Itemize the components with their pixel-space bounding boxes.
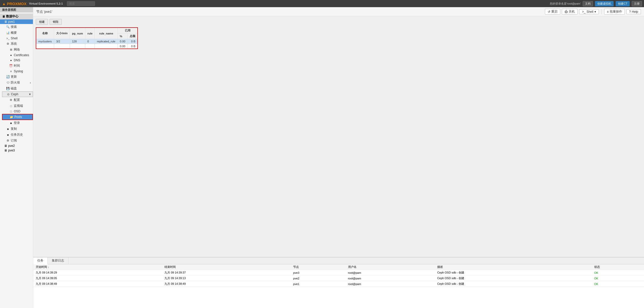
job-row[interactable]: 九月 09 14:38:49 九月 09 14:38:49 pve1 root@… bbox=[33, 281, 644, 287]
sidebar-item-network[interactable]: ⊞ 网络 bbox=[2, 47, 33, 53]
sidebar-item-ceph-pools[interactable]: 📁 Pools bbox=[2, 114, 33, 120]
search-input[interactable] bbox=[67, 1, 95, 6]
pool-used-pct: 0.00 bbox=[118, 39, 128, 44]
col-end-time: 结束时间 bbox=[162, 264, 291, 270]
pool-rule: 0 bbox=[85, 39, 95, 44]
syslog-icon: ≡ bbox=[9, 70, 13, 73]
table-row[interactable]: myclusters 3/2 128 0 replicated_rule 0.0… bbox=[36, 39, 138, 44]
sidebar-item-disks[interactable]: 💾 磁盘 bbox=[2, 86, 33, 91]
sidebar-summary-label: 概要 bbox=[11, 31, 17, 35]
docs-button[interactable]: 文档 bbox=[583, 1, 593, 6]
log-icon: ■ bbox=[9, 122, 13, 125]
pool-pgnum: 128 bbox=[70, 39, 85, 44]
sidebar: 服务器视图 🖥 数据中心 🖥 pve1 🔍 搜索 📊 概要 bbox=[0, 7, 33, 308]
sidebar-item-replication[interactable]: ■ 复制 bbox=[2, 126, 33, 132]
content-area: 节点 'pve1' ↺ 重启 ⏻ 关机 >_ Shell ▾ ≡ bbox=[33, 7, 644, 308]
firewall-icon: 🛡 bbox=[6, 81, 10, 84]
sidebar-time-label: 时间 bbox=[14, 64, 20, 68]
col-size: 大小/min bbox=[54, 28, 70, 39]
job-status: OK bbox=[592, 281, 644, 287]
destroy-pool-button[interactable]: 销毁 bbox=[50, 19, 62, 25]
bottom-content: 开始时间 ↓ 结束时间 节点 用户名 描述 状态 九月 09 14:39:29 … bbox=[33, 264, 644, 308]
sidebar-item-certificates[interactable]: ● Certificates bbox=[2, 53, 33, 58]
sidebar-cert-label: Certificates bbox=[14, 53, 29, 57]
content-header: 节点 'pve1' ↺ 重启 ⏻ 关机 >_ Shell ▾ ≡ bbox=[33, 7, 644, 16]
col-start-time: 开始时间 ↓ bbox=[33, 264, 162, 270]
sidebar-item-pve1[interactable]: 🖥 pve1 bbox=[0, 19, 33, 24]
sidebar-item-search[interactable]: 🔍 搜索 bbox=[2, 24, 33, 30]
col-name: 名称 bbox=[36, 28, 54, 39]
job-row[interactable]: 九月 09 14:39:29 九月 09 14:39:37 pve3 root@… bbox=[33, 270, 644, 276]
sidebar-item-ceph-monitor[interactable]: □ 监视端 bbox=[2, 103, 33, 109]
col-rulename: rule_name bbox=[95, 28, 118, 39]
toolbar-separator bbox=[601, 9, 602, 14]
server2-icon: 🖥 bbox=[4, 144, 7, 148]
col-node: 节点 bbox=[291, 264, 345, 270]
job-node: pve3 bbox=[291, 270, 345, 276]
sidebar-item-ceph-osd[interactable]: □ OSD bbox=[2, 109, 33, 114]
pool-rulename: replicated_rule bbox=[95, 39, 118, 44]
system-subgroup: ⊞ 网络 ● Certificates ● DNS ⏰ 时间 bbox=[2, 47, 33, 74]
sidebar-item-ceph-config[interactable]: ⚙ 配置 bbox=[2, 97, 33, 103]
sidebar-item-pve3[interactable]: 🖥 pve3 bbox=[0, 148, 33, 153]
sidebar-item-ceph-log[interactable]: ■ 登录 bbox=[2, 120, 33, 126]
sidebar-item-firewall[interactable]: 🛡 防火墙 › bbox=[2, 80, 33, 86]
sidebar-item-updates[interactable]: 🔄 更新 bbox=[2, 74, 33, 80]
sidebar-item-pve2[interactable]: 🖥 pve2 bbox=[0, 144, 33, 148]
sidebar-item-summary[interactable]: 📊 概要 bbox=[2, 30, 33, 36]
job-node: pve2 bbox=[291, 276, 345, 281]
shutdown-button[interactable]: ⏻ 关机 bbox=[562, 9, 578, 15]
pools-actions: 创建 销毁 bbox=[36, 19, 641, 25]
sidebar-item-syslog[interactable]: ≡ Syslog bbox=[2, 69, 33, 74]
shell-button[interactable]: >_ Shell ▾ bbox=[579, 9, 599, 14]
node-label: pve1 bbox=[8, 20, 15, 23]
job-start: 九月 09 14:39:29 bbox=[33, 270, 162, 276]
sidebar-ceph-monitor-label: 监视端 bbox=[14, 104, 23, 108]
create-pool-button[interactable]: 创建 bbox=[36, 19, 48, 25]
pool-rulename2 bbox=[95, 44, 118, 49]
cert-icon: ● bbox=[9, 54, 13, 57]
sidebar-item-dns[interactable]: ● DNS bbox=[2, 58, 33, 63]
create-vm-button[interactable]: 创建虚拟机 bbox=[595, 1, 614, 6]
pool-size: 3/2 bbox=[54, 39, 70, 44]
content-toolbar: ↺ 重启 ⏻ 关机 >_ Shell ▾ ≡ 批量操作 ? bbox=[545, 9, 641, 15]
reboot-button[interactable]: ↺ 重启 bbox=[545, 9, 560, 15]
tab-tasks[interactable]: 任务 bbox=[33, 257, 48, 264]
inner-content: 创建 销毁 名称 大小/min pg_num rule rule_name 已用… bbox=[33, 16, 644, 257]
replication-icon: ■ bbox=[6, 127, 10, 131]
col-used-pct: % bbox=[118, 33, 128, 39]
datacenter-header[interactable]: 🖥 数据中心 bbox=[0, 14, 33, 19]
topbar-left: ▲ PROXMOX Virtual Environment 5.2-1 bbox=[2, 1, 95, 6]
bulk-ops-button[interactable]: ≡ 批量操作 bbox=[604, 9, 625, 15]
tab-cluster-log[interactable]: 集群日志 bbox=[48, 257, 68, 264]
topbar-search[interactable] bbox=[67, 1, 95, 6]
job-start: 九月 09 14:38:49 bbox=[33, 281, 162, 287]
pool-name2 bbox=[36, 44, 54, 49]
sidebar-section-header: 服务器视图 bbox=[0, 7, 33, 13]
table-row[interactable]: 0.00 0 B bbox=[36, 44, 138, 49]
sidebar-subscriptions-label: 订阅 bbox=[11, 138, 17, 143]
sidebar-item-task-history[interactable]: ■ 任务历史 bbox=[2, 132, 33, 138]
register-button[interactable]: 注册 bbox=[632, 1, 642, 6]
help-button[interactable]: ? Help bbox=[626, 9, 641, 14]
sidebar-item-ceph[interactable]: ⊙ Ceph ▾ bbox=[2, 91, 33, 97]
pve1-group: 🔍 搜索 📊 概要 >_ Shell ⚙ 系统 bbox=[0, 24, 33, 144]
proxmox-logo: ▲ PROXMOX Virtual Environment 5.2-1 bbox=[2, 2, 63, 6]
job-user: root@pam bbox=[345, 281, 435, 287]
sidebar-item-system[interactable]: ⚙ 系统 bbox=[2, 41, 33, 47]
job-status: OK bbox=[592, 276, 644, 281]
create-ct-button[interactable]: 创建CT bbox=[616, 1, 630, 6]
job-start: 九月 09 14:39:05 bbox=[33, 276, 162, 281]
subscriptions-icon: ⚙ bbox=[6, 139, 10, 142]
sidebar-item-shell[interactable]: >_ Shell bbox=[2, 36, 33, 41]
sidebar-item-time[interactable]: ⏰ 时间 bbox=[2, 63, 33, 69]
chevron-down-icon: ▾ bbox=[29, 92, 31, 96]
job-user: root@pam bbox=[345, 276, 435, 281]
col-pgnum: pg_num bbox=[70, 28, 85, 39]
user-label: 您的登录名是'root@pam' bbox=[550, 2, 581, 6]
sidebar-disks-label: 磁盘 bbox=[11, 86, 17, 91]
job-row[interactable]: 九月 09 14:39:05 九月 09 14:39:13 pve2 root@… bbox=[33, 276, 644, 281]
sidebar-ceph-osd-label: OSD bbox=[14, 110, 20, 113]
sidebar-item-subscriptions[interactable]: ⚙ 订阅 bbox=[2, 138, 33, 144]
pool-name: myclusters bbox=[36, 39, 54, 44]
